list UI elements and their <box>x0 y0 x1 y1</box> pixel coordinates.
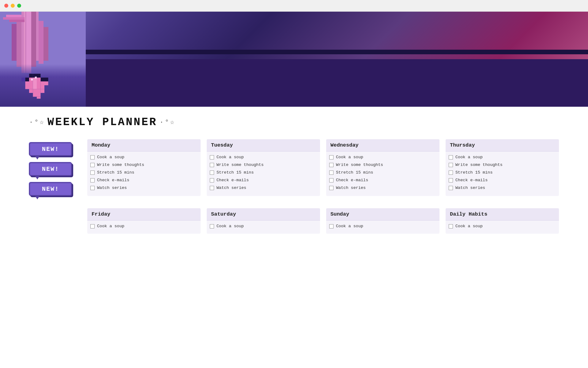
task-checkbox[interactable] <box>329 178 334 182</box>
svg-rect-39 <box>31 79 33 80</box>
task-checkbox[interactable] <box>90 186 95 190</box>
day-thursday: Thursday Cook a soup Write some thoughts… <box>446 139 559 196</box>
task-checkbox[interactable] <box>449 155 453 159</box>
task-item: Cook a soup <box>329 155 436 160</box>
maximize-button[interactable] <box>17 4 21 8</box>
day-sunday-header: Sunday <box>326 208 439 220</box>
new-badge-3: NEW! <box>29 182 72 196</box>
title-deco-right: ·°☆ <box>160 118 175 126</box>
svg-rect-29 <box>41 82 45 89</box>
task-checkbox[interactable] <box>90 178 95 182</box>
weekly-top-grid: NEW! NEW! NEW! Monday Cook a soup Write … <box>29 139 559 196</box>
day-wednesday-tasks: Cook a soup Write some thoughts Stretch … <box>326 151 439 195</box>
task-checkbox[interactable] <box>449 163 453 167</box>
minimize-button[interactable] <box>11 4 15 8</box>
task-checkbox[interactable] <box>90 224 95 228</box>
hero-banner <box>0 12 588 107</box>
day-saturday-header: Saturday <box>207 208 320 220</box>
day-thursday-header: Thursday <box>446 139 559 151</box>
task-checkbox[interactable] <box>210 224 214 228</box>
task-item: Check e-mails <box>210 178 317 183</box>
svg-rect-38 <box>37 97 41 99</box>
task-item: Check e-mails <box>329 178 436 183</box>
task-checkbox[interactable] <box>90 155 95 159</box>
badges-column: NEW! NEW! NEW! <box>29 139 81 196</box>
task-item: Cook a soup <box>449 155 556 160</box>
svg-rect-5 <box>17 18 21 67</box>
svg-rect-8 <box>43 27 48 61</box>
page-content: ·°☆ WEEKLY PLANNER ·°☆ NEW! NEW! NEW! Mo… <box>0 107 588 243</box>
svg-rect-10 <box>6 15 21 17</box>
day-tuesday-header: Tuesday <box>207 139 320 151</box>
day-tuesday: Tuesday Cook a soup Write some thoughts … <box>207 139 320 196</box>
task-checkbox[interactable] <box>329 155 334 159</box>
task-checkbox[interactable] <box>90 163 95 167</box>
task-item: Stretch 15 mins <box>210 170 317 176</box>
task-item: Watch series <box>90 185 198 191</box>
svg-rect-27 <box>33 78 37 89</box>
page-title: ·°☆ WEEKLY PLANNER ·°☆ <box>29 116 559 128</box>
task-checkbox[interactable] <box>329 186 334 190</box>
svg-rect-35 <box>41 89 45 93</box>
task-item: Write some thoughts <box>90 162 198 168</box>
task-checkbox[interactable] <box>210 186 214 190</box>
svg-rect-15 <box>6 85 9 90</box>
task-item: Write some thoughts <box>329 162 436 168</box>
new-badge-2: NEW! <box>29 162 72 176</box>
title-deco-left: ·°☆ <box>29 118 45 126</box>
svg-rect-34 <box>37 89 41 93</box>
title-text: WEEKLY PLANNER <box>47 116 157 128</box>
day-saturday-tasks: Cook a soup <box>207 220 320 234</box>
svg-rect-33 <box>33 89 37 93</box>
task-checkbox[interactable] <box>210 171 214 175</box>
task-item: Cook a soup <box>449 224 556 229</box>
day-sunday: Sunday Cook a soup <box>326 208 439 234</box>
day-saturday: Saturday Cook a soup <box>207 208 320 234</box>
task-checkbox[interactable] <box>210 155 214 159</box>
svg-rect-32 <box>29 89 33 93</box>
task-item: Cook a soup <box>90 155 198 160</box>
day-wednesday-header: Wednesday <box>326 139 439 151</box>
task-checkbox[interactable] <box>449 178 453 182</box>
task-checkbox[interactable] <box>329 163 334 167</box>
svg-rect-24 <box>44 78 48 82</box>
new-badge-1: NEW! <box>29 142 72 156</box>
day-wednesday: Wednesday Cook a soup Write some thought… <box>326 139 439 196</box>
task-checkbox[interactable] <box>449 224 453 228</box>
day-tuesday-tasks: Cook a soup Write some thoughts Stretch … <box>207 151 320 195</box>
svg-rect-25 <box>25 82 29 86</box>
svg-rect-41 <box>21 78 25 82</box>
svg-rect-7 <box>39 21 43 64</box>
task-item: Cook a soup <box>329 224 436 229</box>
task-checkbox[interactable] <box>449 171 453 175</box>
task-item: Watch series <box>210 185 317 191</box>
svg-rect-18 <box>67 85 70 90</box>
task-checkbox[interactable] <box>329 224 334 228</box>
task-item: Check e-mails <box>449 178 556 183</box>
svg-rect-6 <box>12 24 17 61</box>
task-item: Check e-mails <box>90 178 198 183</box>
day-monday: Monday Cook a soup Write some thoughts S… <box>87 139 201 196</box>
task-checkbox[interactable] <box>210 163 214 167</box>
task-item: Write some thoughts <box>449 162 556 168</box>
task-checkbox[interactable] <box>90 171 95 175</box>
task-item: Stretch 15 mins <box>90 170 198 176</box>
weekly-bottom-grid: Friday Cook a soup Saturday Cook a soup … <box>87 208 559 234</box>
day-friday: Friday Cook a soup <box>87 208 201 234</box>
task-item: Write some thoughts <box>210 162 317 168</box>
svg-rect-3 <box>31 12 36 67</box>
task-item: Cook a soup <box>210 224 317 229</box>
day-daily-habits-header: Daily Habits <box>446 208 559 220</box>
svg-rect-19 <box>25 78 29 82</box>
titlebar <box>0 0 588 12</box>
svg-rect-30 <box>44 82 48 86</box>
task-checkbox[interactable] <box>210 178 214 182</box>
task-checkbox[interactable] <box>329 171 334 175</box>
day-monday-tasks: Cook a soup Write some thoughts Stretch … <box>87 151 201 195</box>
task-checkbox[interactable] <box>449 186 453 190</box>
svg-rect-4 <box>36 12 39 61</box>
close-button[interactable] <box>4 4 8 8</box>
svg-rect-16 <box>18 84 21 90</box>
svg-rect-40 <box>35 77 37 79</box>
task-item: Cook a soup <box>210 155 317 160</box>
